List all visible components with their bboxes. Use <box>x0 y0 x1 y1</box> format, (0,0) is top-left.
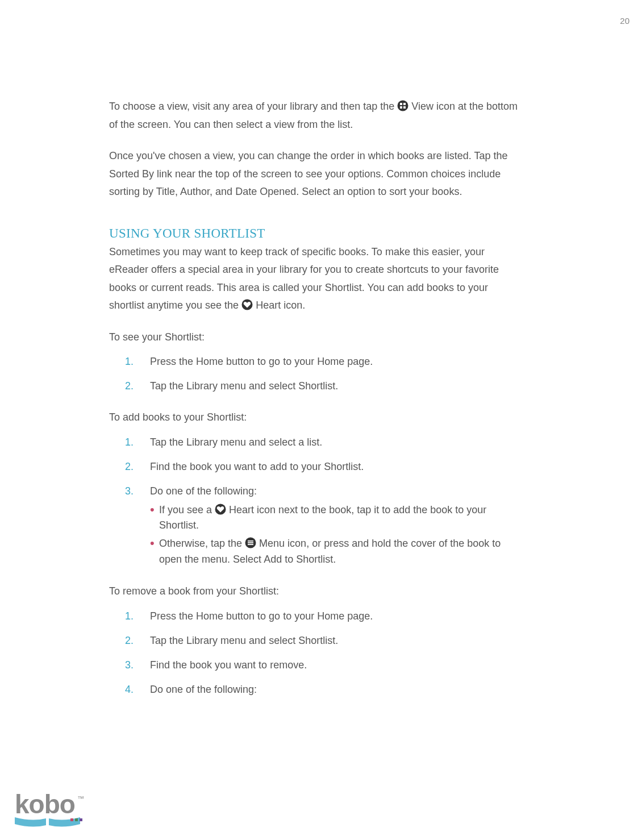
svg-rect-3 <box>400 106 402 109</box>
text: If you see a <box>159 504 215 515</box>
step-number: 1. <box>125 609 134 624</box>
svg-rect-2 <box>403 103 406 105</box>
step-text: Tap the Library menu and select Shortlis… <box>150 380 338 392</box>
steps-see-shortlist: 1.Press the Home button to go to your Ho… <box>109 354 518 394</box>
text: Otherwise, tap the <box>159 538 245 549</box>
svg-rect-9 <box>248 542 253 543</box>
steps-add-shortlist: 1.Tap the Library menu and select a list… <box>109 435 518 568</box>
step-text: Do one of the following: <box>150 485 257 497</box>
step-text: Find the book you want to add to your Sh… <box>150 461 364 472</box>
list-item: 1.Tap the Library menu and select a list… <box>125 435 518 450</box>
heading-using-shortlist: USING YOUR SHORTLIST <box>109 226 518 241</box>
step-number: 2. <box>125 633 134 648</box>
list-item: 2.Tap the Library menu and select Shortl… <box>125 633 518 648</box>
step-number: 2. <box>125 379 134 394</box>
step-number: 1. <box>125 354 134 369</box>
svg-rect-11 <box>70 818 73 821</box>
heart-icon <box>215 504 226 515</box>
logo-text: kobo <box>15 789 75 819</box>
svg-rect-12 <box>75 818 78 821</box>
logo-book-icon <box>15 817 83 829</box>
page-number: 20 <box>620 16 630 26</box>
list-item: 3.Find the book you want to remove. <box>125 658 518 673</box>
text: Heart icon. <box>253 300 305 311</box>
list-item: 2.Find the book you want to add to your … <box>125 459 518 475</box>
svg-rect-8 <box>248 540 253 542</box>
list-item: 4.Do one of the following: <box>125 682 518 697</box>
step-text: Press the Home button to go to your Home… <box>150 356 373 367</box>
step-text: Press the Home button to go to your Home… <box>150 610 373 622</box>
bullet-dot: • <box>150 536 155 551</box>
step-number: 2. <box>125 459 134 475</box>
step-text: Do one of the following: <box>150 684 257 695</box>
grid-view-icon <box>397 100 408 111</box>
kobo-logo: kobo™ <box>15 789 83 829</box>
step-number: 1. <box>125 435 134 450</box>
step-text: Tap the Library menu and select Shortlis… <box>150 635 338 646</box>
step-number: 3. <box>125 658 134 673</box>
list-item: 1.Press the Home button to go to your Ho… <box>125 354 518 369</box>
svg-rect-13 <box>80 818 82 821</box>
bullet-item: •If you see a Heart icon next to the boo… <box>150 502 518 534</box>
paragraph-shortlist-intro: Sometimes you may want to keep track of … <box>109 243 518 315</box>
sub-bullets: •If you see a Heart icon next to the boo… <box>150 502 518 568</box>
heart-icon <box>241 299 253 310</box>
step-number: 4. <box>125 682 134 697</box>
step-text: Tap the Library menu and select a list. <box>150 436 322 448</box>
svg-rect-10 <box>248 544 253 545</box>
steps-remove-shortlist: 1.Press the Home button to go to your Ho… <box>109 609 518 697</box>
step-text: Find the book you want to remove. <box>150 659 307 671</box>
list-item: 3.Do one of the following: •If you see a… <box>125 484 518 568</box>
paragraph-choose-view: To choose a view, visit any area of your… <box>109 98 518 134</box>
trademark-symbol: ™ <box>77 795 84 802</box>
menu-icon <box>245 537 256 548</box>
text: To choose a view, visit any area of your… <box>109 101 397 112</box>
list-item: 2.Tap the Library menu and select Shortl… <box>125 379 518 394</box>
bullet-dot: • <box>150 502 155 517</box>
intro-see-shortlist: To see your Shortlist: <box>109 328 518 347</box>
step-number: 3. <box>125 484 134 499</box>
page-content: To choose a view, visit any area of your… <box>109 98 518 712</box>
intro-add-shortlist: To add books to your Shortlist: <box>109 409 518 427</box>
bullet-item: •Otherwise, tap the Menu icon, or press … <box>150 536 518 568</box>
svg-point-0 <box>398 101 408 111</box>
list-item: 1.Press the Home button to go to your Ho… <box>125 609 518 624</box>
paragraph-sorted-by: Once you've chosen a view, you can chang… <box>109 147 518 201</box>
intro-remove-shortlist: To remove a book from your Shortlist: <box>109 583 518 601</box>
svg-rect-1 <box>400 103 402 105</box>
svg-rect-4 <box>403 106 406 109</box>
